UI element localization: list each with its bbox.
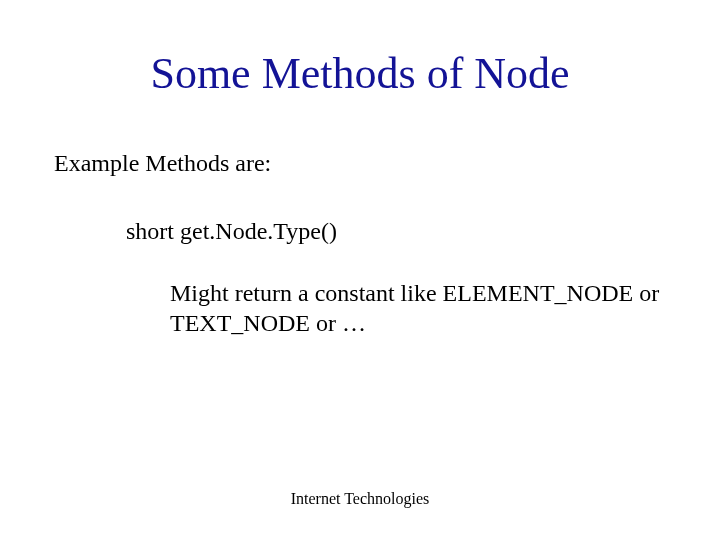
method-description: Might return a constant like ELEMENT_NOD… [170, 278, 660, 338]
method-signature: short get.Node.Type() [126, 218, 337, 245]
slide-footer: Internet Technologies [0, 490, 720, 508]
slide-title: Some Methods of Node [0, 48, 720, 99]
slide: Some Methods of Node Example Methods are… [0, 0, 720, 540]
slide-subtitle: Example Methods are: [54, 150, 271, 177]
